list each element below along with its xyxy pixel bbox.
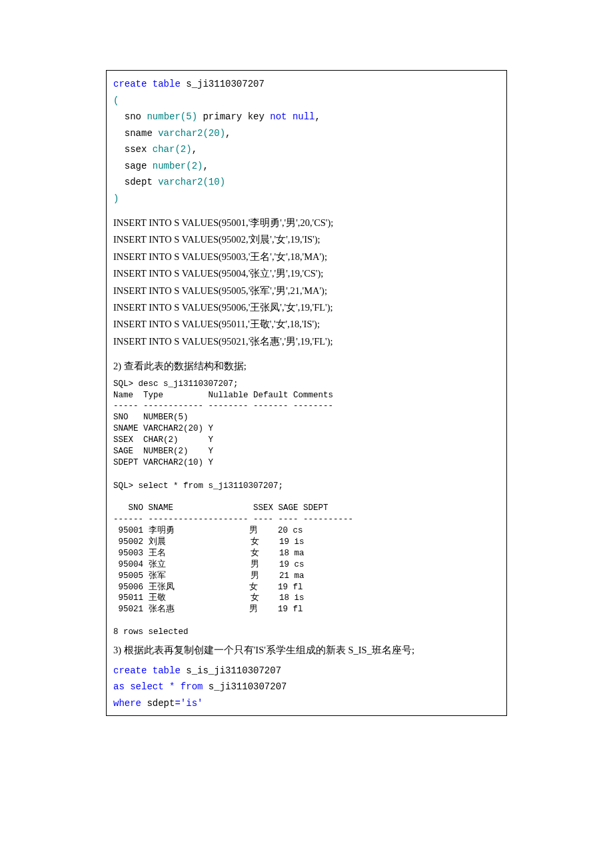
num-literal: 2 <box>192 161 197 171</box>
close-paren: ) <box>186 144 191 155</box>
comma: , <box>192 144 197 155</box>
col-sdept: sdept <box>141 698 175 709</box>
insert-row: INSERT INTO S VALUES(95011,'王敬','女',18,'… <box>113 316 500 333</box>
kw-where: where <box>113 698 141 709</box>
comma: , <box>225 128 231 139</box>
type-number: number <box>153 161 186 171</box>
ident-table-name: s_ji3110307207 <box>203 681 287 692</box>
insert-row: INSERT INTO S VALUES(95002,'刘晨','女',19,'… <box>113 231 500 248</box>
insert-row: INSERT INTO S VALUES(95006,'王张凤','女',19,… <box>113 299 500 316</box>
comma: , <box>315 111 320 122</box>
desc-output: SQL> desc s_ji3110307207; Name Type Null… <box>113 379 500 469</box>
kw-create-table: create table <box>113 79 181 89</box>
kw-primary-key: primary key <box>197 111 270 122</box>
type-varchar2: varchar2 <box>158 177 203 187</box>
create-table-sql: create table s_ji3110307207 ( sno number… <box>113 76 500 207</box>
comma: , <box>203 161 208 171</box>
num-literal: 2 <box>181 144 186 155</box>
insert-row: INSERT INTO S VALUES(95021,'张名惠','男',19,… <box>113 333 500 350</box>
num-literal: 10 <box>209 177 220 187</box>
close-paren: ) <box>113 193 119 204</box>
close-paren: ) <box>192 111 197 122</box>
string-literal: 'is' <box>181 698 203 709</box>
code-box: create table s_ji3110307207 ( sno number… <box>106 70 507 716</box>
col-sage: sage <box>113 161 153 171</box>
col-ssex: ssex <box>113 144 153 155</box>
type-number: number <box>147 111 180 122</box>
col-sname: sname <box>113 128 158 139</box>
kw-create-table: create table <box>113 665 181 676</box>
create-table-is-sql: create table s_is_ji3110307207 as select… <box>113 663 500 712</box>
ident-table-name: s_is_ji3110307207 <box>181 665 281 676</box>
num-literal: 20 <box>209 128 220 139</box>
select-output: SQL> select * from s_ji3110307207; SNO S… <box>113 481 500 638</box>
col-sdept: sdept <box>113 177 158 187</box>
insert-row: INSERT INTO S VALUES(95005,'张军','男',21,'… <box>113 283 500 299</box>
open-paren: ( <box>175 144 180 155</box>
open-paren: ( <box>186 161 191 171</box>
num-literal: 5 <box>186 111 191 122</box>
open-paren: ( <box>113 95 119 106</box>
open-paren: ( <box>181 111 186 122</box>
col-sno: sno <box>113 111 147 122</box>
insert-row: INSERT INTO S VALUES(95001,'李明勇','男',20,… <box>113 215 500 231</box>
kw-not-null: not null <box>270 111 314 122</box>
ident-table-name: s_ji3110307207 <box>181 79 265 89</box>
eq-operator: = <box>175 698 180 709</box>
kw-as-select: as select <box>113 681 169 692</box>
insert-row: INSERT INTO S VALUES(95004,'张立','男',19,'… <box>113 265 500 282</box>
task-2-heading: 2) 查看此表的数据结构和数据; <box>113 358 500 375</box>
insert-row: INSERT INTO S VALUES(95003,'王名','女',18,'… <box>113 249 500 265</box>
open-paren: ( <box>203 128 208 139</box>
close-paren: ) <box>220 128 225 139</box>
kw-from: from <box>175 681 203 692</box>
task-3-heading: 3) 根据此表再复制创建一个只有'IS'系学生组成的新表 S_IS_班名座号; <box>113 642 500 659</box>
insert-statements: INSERT INTO S VALUES(95001,'李明勇','男',20,… <box>113 215 500 350</box>
type-char: char <box>153 144 175 155</box>
open-paren: ( <box>203 177 208 187</box>
close-paren: ) <box>220 177 225 187</box>
type-varchar2: varchar2 <box>158 128 203 139</box>
